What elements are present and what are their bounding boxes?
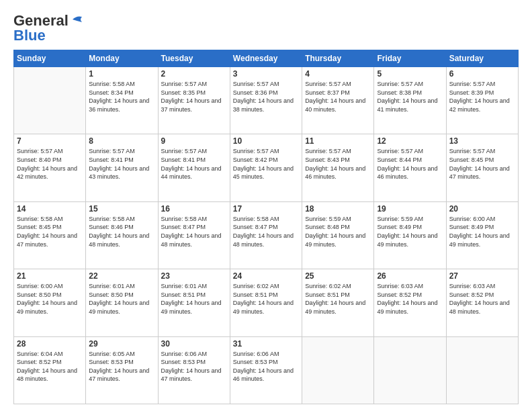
calendar-day-header: Thursday (302, 50, 374, 67)
calendar-cell: 27Sunrise: 6:03 AMSunset: 8:52 PMDayligh… (446, 269, 518, 336)
cell-info: Sunrise: 6:05 AMSunset: 8:53 PMDaylight:… (89, 350, 154, 383)
calendar-cell: 21Sunrise: 6:00 AMSunset: 8:50 PMDayligh… (14, 269, 86, 336)
logo: General Blue (13, 12, 85, 44)
calendar-cell: 3Sunrise: 5:57 AMSunset: 8:36 PMDaylight… (230, 67, 302, 134)
cell-info: Sunrise: 5:57 AMSunset: 8:44 PMDaylight:… (377, 147, 443, 181)
calendar-cell: 19Sunrise: 5:59 AMSunset: 8:49 PMDayligh… (374, 201, 446, 269)
cell-info: Sunrise: 5:58 AMSunset: 8:45 PMDaylight:… (17, 215, 83, 248)
calendar-cell (14, 67, 86, 134)
calendar-day-header: Sunday (14, 50, 86, 67)
calendar-cell: 12Sunrise: 5:57 AMSunset: 8:44 PMDayligh… (374, 134, 446, 201)
calendar-cell: 20Sunrise: 6:00 AMSunset: 8:49 PMDayligh… (446, 201, 518, 269)
cell-info: Sunrise: 5:57 AMSunset: 8:41 PMDaylight:… (161, 147, 227, 181)
logo-blue: Blue (13, 27, 46, 44)
calendar-cell: 8Sunrise: 5:57 AMSunset: 8:41 PMDaylight… (86, 134, 158, 201)
day-number: 1 (89, 69, 154, 79)
day-number: 17 (233, 204, 299, 214)
cell-info: Sunrise: 6:00 AMSunset: 8:50 PMDaylight:… (17, 282, 83, 316)
cell-info: Sunrise: 6:03 AMSunset: 8:52 PMDaylight:… (449, 282, 515, 316)
day-number: 15 (89, 204, 154, 214)
calendar-cell: 4Sunrise: 5:57 AMSunset: 8:37 PMDaylight… (302, 67, 374, 134)
calendar-cell: 18Sunrise: 5:59 AMSunset: 8:48 PMDayligh… (302, 201, 374, 269)
calendar-cell (446, 336, 518, 404)
day-number: 24 (233, 271, 299, 281)
calendar-cell: 26Sunrise: 6:03 AMSunset: 8:52 PMDayligh… (374, 269, 446, 336)
calendar-cell: 25Sunrise: 6:02 AMSunset: 8:51 PMDayligh… (302, 269, 374, 336)
day-number: 27 (449, 271, 515, 281)
calendar-cell: 31Sunrise: 6:06 AMSunset: 8:53 PMDayligh… (230, 336, 302, 404)
cell-info: Sunrise: 5:57 AMSunset: 8:36 PMDaylight:… (233, 80, 299, 113)
calendar-cell: 11Sunrise: 5:57 AMSunset: 8:43 PMDayligh… (302, 134, 374, 201)
calendar-cell: 16Sunrise: 5:58 AMSunset: 8:47 PMDayligh… (158, 201, 230, 269)
cell-info: Sunrise: 6:01 AMSunset: 8:50 PMDaylight:… (89, 282, 154, 316)
day-number: 10 (233, 136, 299, 146)
cell-info: Sunrise: 5:58 AMSunset: 8:46 PMDaylight:… (89, 215, 154, 248)
cell-info: Sunrise: 6:02 AMSunset: 8:51 PMDaylight:… (233, 282, 299, 316)
calendar-week-row: 1Sunrise: 5:58 AMSunset: 8:34 PMDaylight… (14, 67, 519, 134)
day-number: 2 (161, 69, 227, 79)
calendar-day-header: Friday (374, 50, 446, 67)
day-number: 8 (89, 136, 154, 146)
calendar-cell: 17Sunrise: 5:58 AMSunset: 8:47 PMDayligh… (230, 201, 302, 269)
calendar-week-row: 28Sunrise: 6:04 AMSunset: 8:52 PMDayligh… (14, 336, 519, 404)
day-number: 9 (161, 136, 227, 146)
day-number: 6 (449, 69, 515, 79)
day-number: 28 (17, 339, 83, 349)
calendar-cell: 7Sunrise: 5:57 AMSunset: 8:40 PMDaylight… (14, 134, 86, 201)
day-number: 21 (17, 271, 83, 281)
cell-info: Sunrise: 6:06 AMSunset: 8:53 PMDaylight:… (233, 350, 299, 383)
cell-info: Sunrise: 5:58 AMSunset: 8:47 PMDaylight:… (233, 215, 299, 248)
cell-info: Sunrise: 5:57 AMSunset: 8:43 PMDaylight:… (305, 147, 371, 181)
day-number: 29 (89, 339, 154, 349)
cell-info: Sunrise: 6:06 AMSunset: 8:53 PMDaylight:… (161, 350, 227, 383)
cell-info: Sunrise: 5:57 AMSunset: 8:41 PMDaylight:… (89, 147, 154, 181)
calendar-cell: 10Sunrise: 5:57 AMSunset: 8:42 PMDayligh… (230, 134, 302, 201)
day-number: 11 (305, 136, 371, 146)
calendar-cell: 6Sunrise: 5:57 AMSunset: 8:39 PMDaylight… (446, 67, 518, 134)
cell-info: Sunrise: 5:57 AMSunset: 8:39 PMDaylight:… (449, 80, 515, 113)
calendar-cell (302, 336, 374, 404)
day-number: 18 (305, 204, 371, 214)
day-number: 5 (377, 69, 443, 79)
calendar-cell: 9Sunrise: 5:57 AMSunset: 8:41 PMDaylight… (158, 134, 230, 201)
calendar-cell: 5Sunrise: 5:57 AMSunset: 8:38 PMDaylight… (374, 67, 446, 134)
day-number: 13 (449, 136, 515, 146)
day-number: 23 (161, 271, 227, 281)
cell-info: Sunrise: 5:58 AMSunset: 8:47 PMDaylight:… (161, 215, 227, 248)
calendar-cell: 15Sunrise: 5:58 AMSunset: 8:46 PMDayligh… (86, 201, 158, 269)
calendar-table: SundayMondayTuesdayWednesdayThursdayFrid… (13, 50, 519, 404)
page: General Blue SundayMondayTuesdayWednesda… (0, 0, 532, 411)
day-number: 25 (305, 271, 371, 281)
day-number: 19 (377, 204, 443, 214)
logo-bird-icon (70, 14, 85, 25)
header: General Blue (13, 12, 519, 44)
day-number: 7 (17, 136, 83, 146)
cell-info: Sunrise: 5:57 AMSunset: 8:38 PMDaylight:… (377, 80, 443, 113)
day-number: 26 (377, 271, 443, 281)
calendar-day-header: Saturday (446, 50, 518, 67)
calendar-cell: 30Sunrise: 6:06 AMSunset: 8:53 PMDayligh… (158, 336, 230, 404)
calendar-cell: 29Sunrise: 6:05 AMSunset: 8:53 PMDayligh… (86, 336, 158, 404)
cell-info: Sunrise: 5:57 AMSunset: 8:40 PMDaylight:… (17, 147, 83, 181)
cell-info: Sunrise: 6:04 AMSunset: 8:52 PMDaylight:… (17, 350, 83, 383)
cell-info: Sunrise: 5:57 AMSunset: 8:37 PMDaylight:… (305, 80, 371, 113)
day-number: 16 (161, 204, 227, 214)
cell-info: Sunrise: 6:02 AMSunset: 8:51 PMDaylight:… (305, 282, 371, 316)
calendar-cell: 1Sunrise: 5:58 AMSunset: 8:34 PMDaylight… (86, 67, 158, 134)
calendar-cell: 2Sunrise: 5:57 AMSunset: 8:35 PMDaylight… (158, 67, 230, 134)
day-number: 12 (377, 136, 443, 146)
calendar-week-row: 7Sunrise: 5:57 AMSunset: 8:40 PMDaylight… (14, 134, 519, 201)
calendar-cell: 28Sunrise: 6:04 AMSunset: 8:52 PMDayligh… (14, 336, 86, 404)
cell-info: Sunrise: 5:59 AMSunset: 8:48 PMDaylight:… (305, 215, 371, 248)
calendar-day-header: Monday (86, 50, 158, 67)
calendar-day-header: Tuesday (158, 50, 230, 67)
calendar-day-header: Wednesday (230, 50, 302, 67)
cell-info: Sunrise: 5:57 AMSunset: 8:45 PMDaylight:… (449, 147, 515, 181)
day-number: 3 (233, 69, 299, 79)
cell-info: Sunrise: 6:03 AMSunset: 8:52 PMDaylight:… (377, 282, 443, 316)
calendar-week-row: 21Sunrise: 6:00 AMSunset: 8:50 PMDayligh… (14, 269, 519, 336)
day-number: 14 (17, 204, 83, 214)
day-number: 31 (233, 339, 299, 349)
calendar-week-row: 14Sunrise: 5:58 AMSunset: 8:45 PMDayligh… (14, 201, 519, 269)
cell-info: Sunrise: 6:00 AMSunset: 8:49 PMDaylight:… (449, 215, 515, 248)
